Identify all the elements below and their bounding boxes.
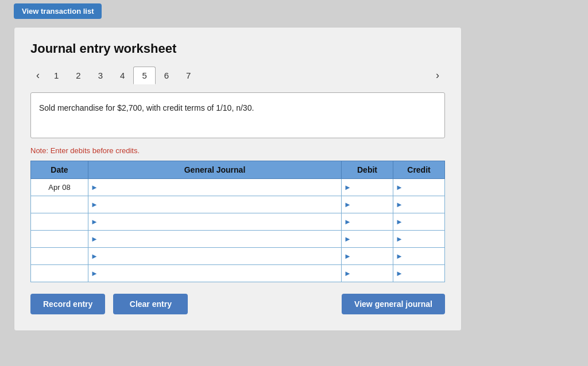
table-row: Apr 08 ► ► ► — [31, 179, 445, 196]
col-header-date: Date — [31, 161, 88, 179]
credit-input-1[interactable] — [403, 181, 444, 194]
debit3-arrow: ► — [342, 217, 351, 226]
table-row: ► ► ► — [31, 231, 445, 248]
journal-input-4[interactable] — [98, 232, 341, 246]
next-tab-arrow[interactable]: › — [430, 67, 445, 84]
credit-cell-1[interactable]: ► — [393, 179, 445, 196]
tab-1[interactable]: 1 — [45, 67, 67, 84]
journal-input-6[interactable] — [98, 267, 341, 280]
credit-input-2[interactable] — [403, 198, 444, 211]
debit-input-1[interactable] — [351, 181, 393, 194]
debit5-arrow: ► — [342, 252, 351, 260]
debit-cell-6[interactable]: ► — [342, 265, 393, 282]
row4-arrow: ► — [88, 235, 98, 243]
date-cell-2 — [31, 196, 88, 213]
row6-arrow: ► — [88, 269, 98, 278]
debit-input-4[interactable] — [351, 232, 393, 246]
clear-entry-button[interactable]: Clear entry — [113, 294, 188, 314]
date-cell-3 — [31, 213, 88, 231]
journal-input-3[interactable] — [98, 215, 341, 228]
view-general-journal-button[interactable]: View general journal — [342, 294, 445, 314]
tab-6[interactable]: 6 — [156, 67, 177, 84]
page-title: Journal entry worksheet — [30, 41, 445, 56]
debit-input-2[interactable] — [351, 198, 393, 211]
debit-cell-4[interactable]: ► — [342, 231, 393, 248]
journal-cell-3[interactable]: ► — [88, 213, 342, 231]
tab-7[interactable]: 7 — [177, 67, 199, 84]
tab-5[interactable]: 5 — [133, 67, 155, 84]
debit1-arrow: ► — [342, 183, 351, 192]
tabs-row: ‹ 1 2 3 4 5 6 7 › — [30, 67, 445, 84]
date-cell-5 — [31, 248, 88, 265]
debit-input-3[interactable] — [351, 215, 393, 228]
tab-3[interactable]: 3 — [90, 67, 111, 84]
tab-4[interactable]: 4 — [111, 67, 133, 84]
debit-cell-5[interactable]: ► — [342, 248, 393, 265]
row3-arrow: ► — [88, 217, 98, 226]
credit-input-5[interactable] — [403, 250, 444, 263]
debit-cell-2[interactable]: ► — [342, 196, 393, 213]
table-row: ► ► ► — [31, 248, 445, 265]
credit4-arrow: ► — [393, 235, 403, 243]
credit-input-3[interactable] — [403, 215, 444, 228]
credit3-arrow: ► — [393, 217, 403, 226]
journal-cell-4[interactable]: ► — [88, 231, 342, 248]
record-entry-button[interactable]: Record entry — [30, 294, 105, 314]
credit-cell-2[interactable]: ► — [393, 196, 445, 213]
journal-cell-2[interactable]: ► — [88, 196, 342, 213]
debit-cell-3[interactable]: ► — [342, 213, 393, 231]
description-text: Sold merchandise for $2,700, with credit… — [39, 103, 254, 112]
tab-2[interactable]: 2 — [67, 67, 89, 84]
description-box: Sold merchandise for $2,700, with credit… — [30, 92, 445, 138]
debit2-arrow: ► — [342, 200, 351, 209]
date-cell-4 — [31, 231, 88, 248]
date-cell-6 — [31, 265, 88, 282]
journal-input-2[interactable] — [98, 198, 341, 211]
debit6-arrow: ► — [342, 269, 351, 278]
credit-input-4[interactable] — [403, 232, 444, 246]
journal-cell-1[interactable]: ► — [88, 179, 342, 196]
credit2-arrow: ► — [393, 200, 403, 209]
credit-cell-3[interactable]: ► — [393, 213, 445, 231]
view-transaction-list-button[interactable]: View transaction list — [14, 3, 102, 19]
debit-cell-1[interactable]: ► — [342, 179, 393, 196]
button-row: Record entry Clear entry View general jo… — [30, 294, 445, 314]
credit5-arrow: ► — [393, 252, 403, 260]
credit-cell-6[interactable]: ► — [393, 265, 445, 282]
journal-entry-panel: Journal entry worksheet ‹ 1 2 3 4 5 6 7 … — [14, 27, 462, 331]
col-header-debit: Debit — [342, 161, 393, 179]
date-cell-1: Apr 08 — [31, 179, 88, 196]
col-header-general-journal: General Journal — [88, 161, 342, 179]
journal-table: Date General Journal Debit Credit Apr 08… — [30, 161, 445, 282]
credit-cell-5[interactable]: ► — [393, 248, 445, 265]
table-row: ► ► ► — [31, 265, 445, 282]
journal-cell-6[interactable]: ► — [88, 265, 342, 282]
journal-input-1[interactable] — [98, 181, 341, 194]
prev-tab-arrow[interactable]: ‹ — [30, 67, 45, 84]
row2-arrow: ► — [88, 200, 98, 209]
row5-arrow: ► — [88, 252, 98, 260]
col-header-credit: Credit — [393, 161, 445, 179]
debit4-arrow: ► — [342, 235, 351, 243]
debit-input-5[interactable] — [351, 250, 393, 263]
credit-input-6[interactable] — [403, 267, 444, 280]
row1-arrow: ► — [88, 183, 98, 192]
debit-input-6[interactable] — [351, 267, 393, 280]
credit1-arrow: ► — [393, 183, 403, 192]
journal-input-5[interactable] — [98, 250, 341, 263]
journal-cell-5[interactable]: ► — [88, 248, 342, 265]
table-row: ► ► ► — [31, 196, 445, 213]
credit-cell-4[interactable]: ► — [393, 231, 445, 248]
table-row: ► ► ► — [31, 213, 445, 231]
note-text: Note: Enter debits before credits. — [30, 146, 445, 155]
credit6-arrow: ► — [393, 269, 403, 278]
